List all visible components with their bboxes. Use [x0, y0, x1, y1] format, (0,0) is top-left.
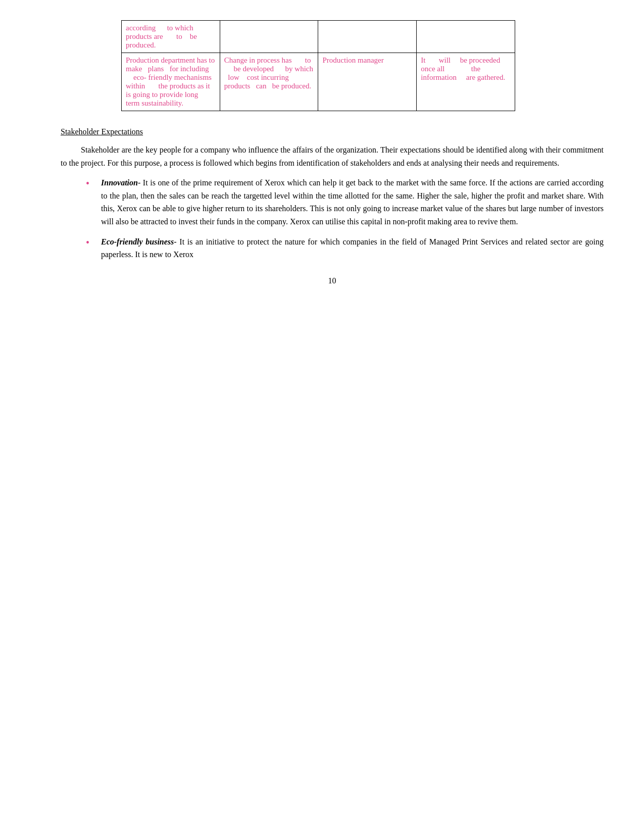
- intro-paragraph: Stakeholder are the key people for a com…: [61, 143, 604, 169]
- table-cell-row2-col1: Production department has to make plans …: [122, 53, 220, 111]
- section-heading: Stakeholder Expectations: [61, 127, 604, 136]
- page-number: 10: [61, 276, 604, 285]
- table-container: according to which products are to be pr…: [121, 20, 604, 111]
- table-cell-row2-col4: It will be proceeded once all the inform…: [417, 53, 515, 111]
- table-cell-row1-col4: [417, 21, 515, 53]
- table-cell-row2-col2: Change in process has to be developed by…: [220, 53, 318, 111]
- table-cell-row1-col1: according to which products are to be pr…: [122, 21, 220, 53]
- content-table: according to which products are to be pr…: [121, 20, 515, 111]
- table-cell-row1-col2: [220, 21, 318, 53]
- table-cell-row1-col3: [318, 21, 417, 53]
- table-row: according to which products are to be pr…: [122, 21, 515, 53]
- list-item-innovation: Innovation- It is one of the prime requi…: [91, 176, 604, 228]
- bullet-list: Innovation- It is one of the prime requi…: [61, 176, 604, 261]
- stakeholder-section: Stakeholder Expectations Stakeholder are…: [61, 127, 604, 261]
- bullet-label-innovation: Innovation: [101, 178, 138, 187]
- list-item-eco-friendly: Eco-friendly business- It is an initiati…: [91, 235, 604, 261]
- bullet-label-eco: Eco-friendly business: [101, 237, 174, 246]
- table-cell-row2-col3: Production manager: [318, 53, 417, 111]
- table-row: Production department has to make plans …: [122, 53, 515, 111]
